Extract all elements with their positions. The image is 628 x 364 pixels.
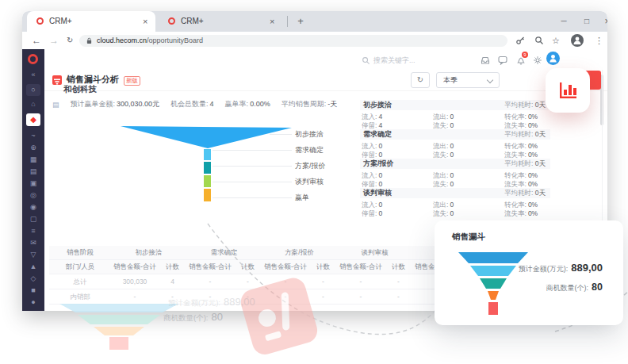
chevron-down-icon bbox=[487, 77, 493, 83]
table-cell: 销售金额-合计 bbox=[337, 260, 385, 274]
new-tab-button[interactable]: + bbox=[293, 11, 308, 32]
reload-icon[interactable]: ↻ bbox=[67, 32, 73, 49]
browser-menu-icon[interactable]: ⋮ bbox=[595, 32, 603, 49]
back-icon[interactable]: ← bbox=[32, 32, 41, 49]
ghost-amount-label: 预计金额(万元): bbox=[168, 298, 220, 307]
user-icon[interactable]: ● bbox=[22, 297, 44, 308]
stage-section: 需求确定平均耗时: 0天流入:0流出:0转化率:0%停留:0流失:0流失率:0% bbox=[360, 129, 550, 159]
ghost-amount-text: 预计金额(万元):889,00 bbox=[168, 294, 255, 308]
stat-outflow: 流出:0 bbox=[433, 142, 454, 150]
product-icon[interactable]: ◇ bbox=[22, 274, 44, 284]
search-icon[interactable]: ○ bbox=[26, 84, 40, 96]
stat-label: 流失率: bbox=[504, 180, 527, 188]
document-icon[interactable]: ▣ bbox=[22, 178, 44, 189]
add-icon[interactable]: ⊕ bbox=[22, 143, 44, 153]
summary-label: 机会总数量: bbox=[170, 100, 209, 108]
search-input[interactable]: 搜索关键字... bbox=[373, 56, 415, 66]
leader-line bbox=[213, 197, 292, 198]
funnel-stage-shape bbox=[204, 175, 211, 187]
table-cell: - bbox=[262, 274, 309, 289]
stat-value: 0% bbox=[528, 113, 538, 121]
window-close-icon[interactable]: × bbox=[599, 11, 607, 32]
stat-inflow: 流入:0 bbox=[362, 201, 382, 209]
table-cell: 谈判审核 bbox=[337, 246, 412, 259]
table-cell: - bbox=[309, 289, 337, 304]
menu-icon[interactable]: ≡ bbox=[22, 226, 44, 236]
stat-label: 转化率: bbox=[504, 201, 527, 209]
inbox-icon[interactable] bbox=[481, 56, 490, 65]
bookmark-star-icon[interactable]: ☆ bbox=[552, 32, 560, 49]
tab-close-icon[interactable]: × bbox=[143, 11, 147, 32]
stat-label: 停留: bbox=[362, 121, 377, 129]
table-cell: 销售金额-合计 bbox=[186, 260, 234, 274]
stage-section-header: 初步接洽平均耗时: 0天 bbox=[360, 100, 550, 110]
table-cell: - bbox=[385, 274, 412, 289]
summary-item: 预计赢单金额:300,030.00元 bbox=[71, 99, 160, 109]
profile-avatar[interactable] bbox=[571, 34, 584, 47]
user-avatar[interactable] bbox=[546, 52, 560, 65]
funnel-stage-shape bbox=[204, 162, 211, 174]
key-icon[interactable] bbox=[515, 36, 525, 45]
dashboard-icon[interactable]: ▦ bbox=[22, 155, 44, 165]
sales-funnel-card: 销售漏斗 预计金额(万元):889,00 商机数量(个):80 bbox=[435, 220, 623, 325]
stat-loss_rate: 流失率:0% bbox=[504, 209, 538, 217]
refresh-button[interactable]: ↻ bbox=[411, 72, 430, 88]
home-icon[interactable]: ⌂ bbox=[22, 99, 44, 109]
summary-item: 机会总数量:4 bbox=[170, 99, 214, 109]
search-zoom-icon[interactable] bbox=[534, 36, 544, 45]
apps-icon[interactable]: ▢ bbox=[22, 214, 44, 224]
chart-icon[interactable]: ▲ bbox=[22, 262, 44, 272]
title-badge: 新版 bbox=[124, 76, 140, 86]
stat-loss: 流失:0 bbox=[433, 180, 454, 188]
report-icon bbox=[52, 75, 62, 85]
table-value-link[interactable]: 300,030 bbox=[111, 274, 159, 289]
table-cell: - bbox=[111, 289, 159, 304]
funnel-chart bbox=[121, 124, 300, 203]
table-cell: 方案/报价 bbox=[262, 246, 337, 259]
stat-outflow: 流出:0 bbox=[433, 113, 454, 121]
funnel-stage-shape bbox=[121, 126, 292, 148]
tab-close-icon[interactable]: × bbox=[270, 11, 274, 32]
avg-label: 平均耗时: bbox=[504, 101, 533, 109]
card-count-row: 商机数量(个):80 bbox=[546, 279, 603, 293]
funnel-analysis-icon[interactable]: ◆ bbox=[26, 113, 40, 126]
stat-label: 转化率: bbox=[504, 113, 527, 121]
mail-icon[interactable]: ✉ bbox=[22, 238, 44, 248]
stat-value: 0% bbox=[528, 171, 538, 179]
summary-label: 平均销售周期: bbox=[281, 100, 327, 108]
trend-icon[interactable]: ~ bbox=[22, 131, 44, 141]
table-cell: 初步接洽 bbox=[111, 246, 186, 259]
stat-value: 0% bbox=[528, 180, 538, 188]
table-cell: - bbox=[262, 289, 309, 304]
stat-outflow: 流出:0 bbox=[433, 201, 454, 209]
report-icon[interactable]: ▤ bbox=[22, 167, 44, 177]
tab-title: CRM+ bbox=[181, 11, 204, 32]
filter-icon[interactable]: ▽ bbox=[22, 250, 44, 260]
stat-value: 0 bbox=[450, 209, 454, 217]
window-minimize-icon[interactable]: ─ bbox=[555, 11, 572, 32]
stat-label: 流入: bbox=[362, 113, 377, 121]
stat-inflow: 流入:4 bbox=[362, 113, 382, 121]
target-icon[interactable]: ◉ bbox=[22, 202, 44, 213]
browser-tab-2[interactable]: CRM+ × bbox=[159, 11, 284, 32]
gear-icon[interactable] bbox=[533, 56, 542, 65]
settings-icon[interactable]: ◎ bbox=[22, 190, 44, 201]
favicon-crm bbox=[36, 17, 44, 25]
url-field[interactable]: cloud.hecom.cn/opportunityBoard bbox=[79, 35, 507, 47]
summary-item: 平均销售周期:-天 bbox=[281, 99, 338, 109]
period-select[interactable]: 本季 bbox=[436, 72, 500, 88]
storage-icon[interactable]: ■ bbox=[22, 285, 44, 296]
summary-value: 0.00% bbox=[250, 100, 270, 108]
collapse-icon[interactable]: « bbox=[22, 70, 44, 80]
stat-loss: 流失:0 bbox=[433, 151, 454, 159]
stat-value: 0 bbox=[378, 180, 382, 188]
dept-link[interactable]: 内销部 bbox=[49, 289, 111, 304]
window-maximize-icon[interactable]: □ bbox=[578, 11, 595, 32]
avg-duration: 平均耗时: 0天 bbox=[504, 129, 546, 140]
message-icon[interactable] bbox=[498, 56, 507, 65]
table-value-link[interactable]: 4 bbox=[159, 274, 186, 289]
search-icon bbox=[362, 56, 370, 65]
browser-tab-active[interactable]: CRM+ × bbox=[27, 11, 155, 32]
forward-icon[interactable]: → bbox=[49, 32, 59, 49]
stat-label: 流失: bbox=[433, 121, 448, 129]
